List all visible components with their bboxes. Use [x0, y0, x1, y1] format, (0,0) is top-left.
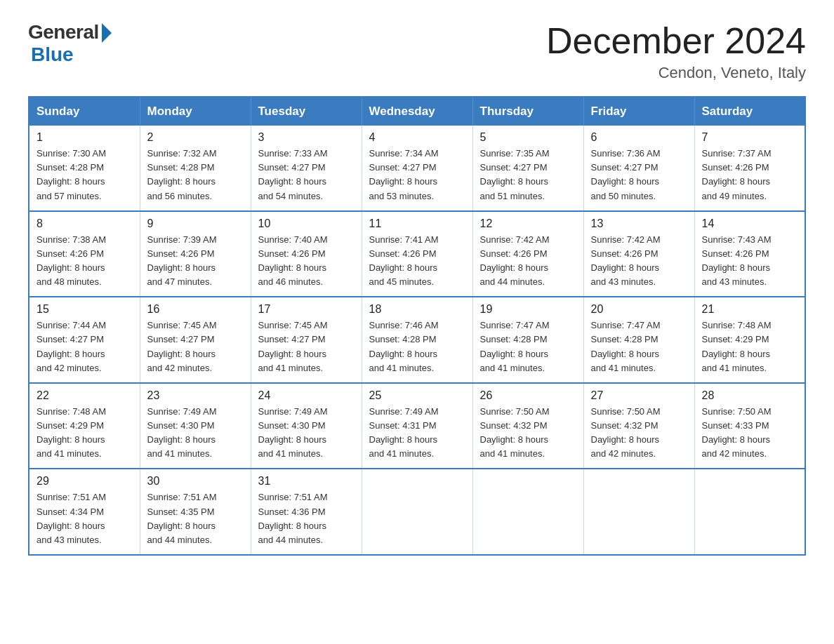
header-thursday: Thursday: [472, 97, 583, 126]
day-info: Sunrise: 7:51 AMSunset: 4:34 PMDaylight:…: [37, 490, 133, 547]
calendar-cell: 27 Sunrise: 7:50 AMSunset: 4:32 PMDaylig…: [583, 383, 694, 469]
day-number: 3: [258, 131, 355, 144]
day-info: Sunrise: 7:49 AMSunset: 4:30 PMDaylight:…: [258, 405, 355, 462]
calendar-cell: 20 Sunrise: 7:47 AMSunset: 4:28 PMDaylig…: [583, 297, 694, 383]
day-info: Sunrise: 7:50 AMSunset: 4:32 PMDaylight:…: [480, 405, 576, 462]
calendar-cell: 4 Sunrise: 7:34 AMSunset: 4:27 PMDayligh…: [362, 126, 472, 211]
day-number: 29: [37, 475, 133, 488]
header-sunday: Sunday: [29, 97, 140, 126]
day-number: 26: [480, 389, 576, 402]
day-number: 24: [258, 389, 355, 402]
day-number: 10: [258, 217, 355, 230]
header-friday: Friday: [583, 97, 694, 126]
day-info: Sunrise: 7:51 AMSunset: 4:36 PMDaylight:…: [258, 490, 355, 547]
logo-arrow-icon: [102, 23, 112, 43]
day-info: Sunrise: 7:49 AMSunset: 4:30 PMDaylight:…: [147, 405, 244, 462]
header: General Blue December 2024 Cendon, Venet…: [28, 21, 806, 82]
day-number: 6: [591, 131, 687, 144]
logo-general-text: General: [28, 21, 99, 43]
day-number: 5: [480, 131, 576, 144]
calendar-cell: 28 Sunrise: 7:50 AMSunset: 4:33 PMDaylig…: [694, 383, 805, 469]
day-info: Sunrise: 7:48 AMSunset: 4:29 PMDaylight:…: [37, 405, 133, 462]
calendar-cell: 1 Sunrise: 7:30 AMSunset: 4:28 PMDayligh…: [29, 126, 140, 211]
day-info: Sunrise: 7:47 AMSunset: 4:28 PMDaylight:…: [591, 318, 687, 375]
day-number: 20: [591, 303, 687, 316]
logo: General Blue: [28, 21, 112, 66]
calendar-week-row: 29 Sunrise: 7:51 AMSunset: 4:34 PMDaylig…: [29, 469, 805, 555]
day-info: Sunrise: 7:46 AMSunset: 4:28 PMDaylight:…: [369, 318, 465, 375]
day-info: Sunrise: 7:35 AMSunset: 4:27 PMDaylight:…: [480, 147, 576, 203]
day-info: Sunrise: 7:30 AMSunset: 4:28 PMDaylight:…: [37, 147, 133, 203]
day-number: 28: [702, 389, 798, 402]
day-number: 1: [37, 131, 133, 144]
day-info: Sunrise: 7:50 AMSunset: 4:33 PMDaylight:…: [702, 405, 798, 462]
day-info: Sunrise: 7:48 AMSunset: 4:29 PMDaylight:…: [702, 318, 798, 375]
day-number: 31: [258, 475, 355, 488]
calendar-cell: 8 Sunrise: 7:38 AMSunset: 4:26 PMDayligh…: [29, 211, 140, 297]
header-tuesday: Tuesday: [251, 97, 362, 126]
calendar-cell: 14 Sunrise: 7:43 AMSunset: 4:26 PMDaylig…: [694, 211, 805, 297]
day-number: 9: [147, 217, 244, 230]
calendar-cell: 12 Sunrise: 7:42 AMSunset: 4:26 PMDaylig…: [472, 211, 583, 297]
title-area: December 2024 Cendon, Veneto, Italy: [546, 21, 806, 82]
logo-blue-text: Blue: [31, 43, 112, 66]
day-number: 2: [147, 131, 244, 144]
day-number: 17: [258, 303, 355, 316]
calendar-cell: 17 Sunrise: 7:45 AMSunset: 4:27 PMDaylig…: [251, 297, 362, 383]
calendar-cell: 31 Sunrise: 7:51 AMSunset: 4:36 PMDaylig…: [251, 469, 362, 555]
day-info: Sunrise: 7:45 AMSunset: 4:27 PMDaylight:…: [147, 318, 244, 375]
calendar-cell: 3 Sunrise: 7:33 AMSunset: 4:27 PMDayligh…: [251, 126, 362, 211]
day-info: Sunrise: 7:32 AMSunset: 4:28 PMDaylight:…: [147, 147, 244, 203]
calendar-cell: [694, 469, 805, 555]
day-info: Sunrise: 7:44 AMSunset: 4:27 PMDaylight:…: [37, 318, 133, 375]
calendar-cell: 19 Sunrise: 7:47 AMSunset: 4:28 PMDaylig…: [472, 297, 583, 383]
day-number: 4: [369, 131, 465, 144]
day-info: Sunrise: 7:51 AMSunset: 4:35 PMDaylight:…: [147, 490, 244, 547]
calendar-cell: 6 Sunrise: 7:36 AMSunset: 4:27 PMDayligh…: [583, 126, 694, 211]
calendar-cell: 22 Sunrise: 7:48 AMSunset: 4:29 PMDaylig…: [29, 383, 140, 469]
day-number: 25: [369, 389, 465, 402]
calendar-cell: 18 Sunrise: 7:46 AMSunset: 4:28 PMDaylig…: [362, 297, 472, 383]
day-info: Sunrise: 7:41 AMSunset: 4:26 PMDaylight:…: [369, 233, 465, 290]
day-number: 15: [37, 303, 133, 316]
day-info: Sunrise: 7:38 AMSunset: 4:26 PMDaylight:…: [37, 233, 133, 290]
calendar-table: SundayMondayTuesdayWednesdayThursdayFrid…: [28, 96, 806, 556]
day-info: Sunrise: 7:36 AMSunset: 4:27 PMDaylight:…: [591, 147, 687, 203]
header-monday: Monday: [140, 97, 251, 126]
day-info: Sunrise: 7:50 AMSunset: 4:32 PMDaylight:…: [591, 405, 687, 462]
day-info: Sunrise: 7:39 AMSunset: 4:26 PMDaylight:…: [147, 233, 244, 290]
calendar-cell: 21 Sunrise: 7:48 AMSunset: 4:29 PMDaylig…: [694, 297, 805, 383]
calendar-cell: 13 Sunrise: 7:42 AMSunset: 4:26 PMDaylig…: [583, 211, 694, 297]
header-wednesday: Wednesday: [362, 97, 472, 126]
calendar-cell: 23 Sunrise: 7:49 AMSunset: 4:30 PMDaylig…: [140, 383, 251, 469]
day-number: 7: [702, 131, 798, 144]
calendar-cell: 11 Sunrise: 7:41 AMSunset: 4:26 PMDaylig…: [362, 211, 472, 297]
day-info: Sunrise: 7:34 AMSunset: 4:27 PMDaylight:…: [369, 147, 465, 203]
day-number: 21: [702, 303, 798, 316]
calendar-cell: 25 Sunrise: 7:49 AMSunset: 4:31 PMDaylig…: [362, 383, 472, 469]
calendar-cell: 26 Sunrise: 7:50 AMSunset: 4:32 PMDaylig…: [472, 383, 583, 469]
day-number: 18: [369, 303, 465, 316]
calendar-cell: [583, 469, 694, 555]
page-subtitle: Cendon, Veneto, Italy: [546, 64, 806, 82]
calendar-cell: 2 Sunrise: 7:32 AMSunset: 4:28 PMDayligh…: [140, 126, 251, 211]
calendar-cell: 5 Sunrise: 7:35 AMSunset: 4:27 PMDayligh…: [472, 126, 583, 211]
day-number: 27: [591, 389, 687, 402]
calendar-cell: 7 Sunrise: 7:37 AMSunset: 4:26 PMDayligh…: [694, 126, 805, 211]
day-number: 19: [480, 303, 576, 316]
calendar-cell: 24 Sunrise: 7:49 AMSunset: 4:30 PMDaylig…: [251, 383, 362, 469]
day-info: Sunrise: 7:37 AMSunset: 4:26 PMDaylight:…: [702, 147, 798, 203]
calendar-week-row: 22 Sunrise: 7:48 AMSunset: 4:29 PMDaylig…: [29, 383, 805, 469]
day-info: Sunrise: 7:42 AMSunset: 4:26 PMDaylight:…: [591, 233, 687, 290]
calendar-cell: 29 Sunrise: 7:51 AMSunset: 4:34 PMDaylig…: [29, 469, 140, 555]
calendar-cell: [362, 469, 472, 555]
day-number: 14: [702, 217, 798, 230]
calendar-week-row: 15 Sunrise: 7:44 AMSunset: 4:27 PMDaylig…: [29, 297, 805, 383]
calendar-header-row: SundayMondayTuesdayWednesdayThursdayFrid…: [29, 97, 805, 126]
calendar-cell: 10 Sunrise: 7:40 AMSunset: 4:26 PMDaylig…: [251, 211, 362, 297]
day-number: 13: [591, 217, 687, 230]
day-number: 23: [147, 389, 244, 402]
day-info: Sunrise: 7:40 AMSunset: 4:26 PMDaylight:…: [258, 233, 355, 290]
day-info: Sunrise: 7:43 AMSunset: 4:26 PMDaylight:…: [702, 233, 798, 290]
day-number: 12: [480, 217, 576, 230]
